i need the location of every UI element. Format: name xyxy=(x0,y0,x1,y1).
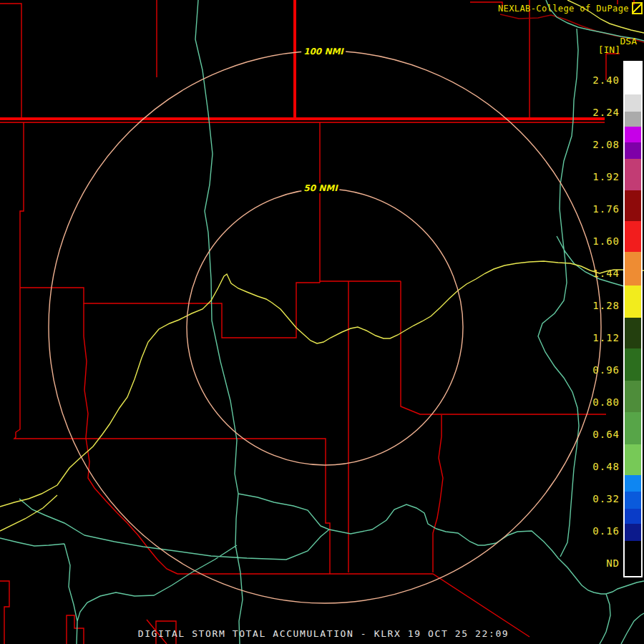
colorbar-segment xyxy=(625,221,641,252)
colorbar-label: 0.96 xyxy=(592,364,620,376)
product-units: [IN] xyxy=(598,44,620,55)
colorbar-label: 1.44 xyxy=(592,268,620,280)
colorbar-segment xyxy=(625,524,641,541)
colorbar-segment xyxy=(625,381,641,412)
ring-label-50nmi: 50 NMI xyxy=(301,183,339,193)
site-title: NEXLAB-College of DuPage xyxy=(498,4,629,14)
colorbar-segment xyxy=(625,190,641,221)
colorbar-segment xyxy=(625,159,641,190)
county-boundary-lines xyxy=(0,0,634,644)
colorbar-label: 0.64 xyxy=(592,429,620,441)
colorbar-segment xyxy=(625,509,641,524)
header: NEXLAB-College of DuPage xyxy=(498,2,643,14)
highway-lines xyxy=(0,0,644,531)
colorbar-segment xyxy=(625,444,641,475)
colorbar-segment xyxy=(625,252,641,286)
colorbar-segment xyxy=(625,412,641,444)
radar-display: 100 NMI 50 NMI NEXLAB-College of DuPage … xyxy=(0,0,644,644)
colorbar-label: ND xyxy=(606,557,620,570)
colorbar-label: 1.76 xyxy=(592,203,620,215)
colorbar-segment xyxy=(625,348,641,381)
river-lines xyxy=(0,0,644,644)
colorbar-segment xyxy=(625,475,641,492)
colorbar-label: 1.28 xyxy=(592,300,620,312)
colorbar-segment xyxy=(625,112,641,127)
range-rings xyxy=(49,51,601,603)
ring-label-100nmi: 100 NMI xyxy=(301,47,346,57)
colorbar-label: 2.40 xyxy=(592,74,620,87)
radar-map xyxy=(0,0,644,644)
cod-flag-icon xyxy=(632,2,643,14)
state-boundary-lines xyxy=(0,0,605,122)
colorbar-segment xyxy=(625,492,641,509)
colorbar-label: 1.12 xyxy=(592,332,620,344)
colorbar-label: 1.92 xyxy=(592,171,620,183)
range-ring-100nmi xyxy=(49,51,601,603)
colorbar-label: 1.60 xyxy=(592,235,620,248)
colorbar-segments xyxy=(625,62,641,575)
colorbar-label: 0.48 xyxy=(592,461,620,473)
colorbar-segment xyxy=(625,94,641,112)
colorbar-segment xyxy=(625,541,641,575)
colorbar-label: 0.16 xyxy=(592,525,620,537)
colorbar-segment xyxy=(625,286,641,318)
product-code: DSA xyxy=(620,36,637,47)
colorbar-label: 0.32 xyxy=(592,493,620,505)
colorbar-segment xyxy=(625,62,641,94)
colorbar-label: 2.08 xyxy=(592,139,620,151)
colorbar xyxy=(623,61,643,577)
colorbar-label: 0.80 xyxy=(592,396,620,409)
range-ring-50nmi xyxy=(187,189,463,465)
product-title-text: DIGITAL STORM TOTAL ACCUMULATION - KLRX … xyxy=(138,628,509,639)
colorbar-segment xyxy=(625,142,641,159)
colorbar-label: 2.24 xyxy=(592,107,620,119)
colorbar-segment xyxy=(625,127,641,142)
colorbar-segment xyxy=(625,318,641,348)
